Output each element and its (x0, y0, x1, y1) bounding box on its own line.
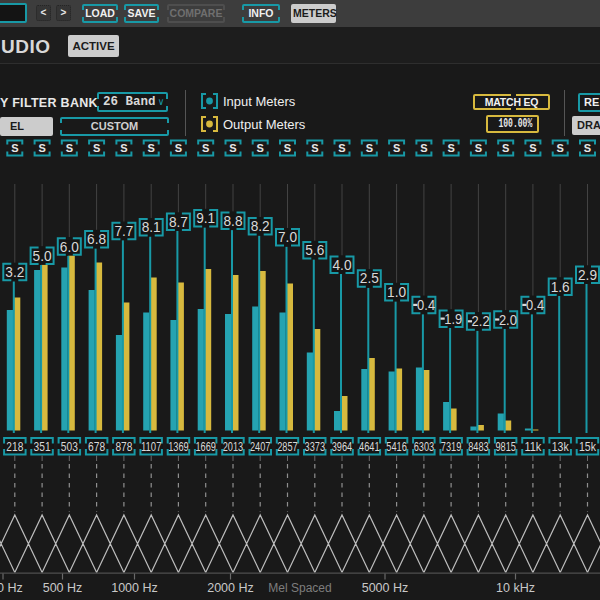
svg-text:S: S (393, 142, 400, 154)
svg-text:678: 678 (88, 439, 105, 454)
svg-text:1.9: 1.9 (444, 311, 462, 327)
svg-text:200 Hz: 200 Hz (0, 581, 23, 595)
svg-text:0.4: 0.4 (417, 297, 435, 313)
svg-text:S: S (202, 142, 209, 154)
svg-text:S: S (66, 142, 73, 154)
svg-text:6.8: 6.8 (87, 231, 106, 247)
svg-text:4641: 4641 (359, 439, 380, 454)
svg-text:878: 878 (115, 439, 132, 454)
svg-text:1000 Hz: 1000 Hz (111, 581, 158, 595)
svg-text:S: S (148, 142, 155, 154)
svg-text:3373: 3373 (305, 439, 326, 454)
svg-text:S: S (475, 142, 482, 154)
svg-text:3964: 3964 (332, 439, 353, 454)
svg-text:8.1: 8.1 (142, 219, 161, 235)
svg-text:Mel Spaced: Mel Spaced (268, 581, 331, 595)
svg-text:5416: 5416 (386, 439, 407, 454)
svg-text:S: S (420, 142, 427, 154)
svg-text:S: S (11, 142, 18, 154)
svg-text:5.0: 5.0 (33, 248, 52, 264)
svg-text:500 Hz: 500 Hz (43, 581, 83, 595)
svg-text:S: S (120, 142, 127, 154)
svg-text:7319: 7319 (441, 439, 462, 454)
svg-text:S: S (229, 142, 236, 154)
svg-text:8.2: 8.2 (251, 218, 270, 234)
svg-text:S: S (338, 142, 345, 154)
svg-text:1.0: 1.0 (387, 284, 406, 300)
svg-text:1669: 1669 (195, 439, 216, 454)
svg-text:S: S (311, 142, 318, 154)
svg-text:5.6: 5.6 (305, 242, 324, 258)
svg-text:218: 218 (6, 439, 23, 454)
svg-text:S: S (447, 142, 454, 154)
svg-text:5000 Hz: 5000 Hz (362, 581, 409, 595)
svg-text:1107: 1107 (141, 439, 162, 454)
svg-text:2.0: 2.0 (499, 312, 517, 328)
svg-text:7.7: 7.7 (114, 223, 133, 239)
svg-text:S: S (366, 142, 373, 154)
svg-text:S: S (93, 142, 100, 154)
svg-text:8.8: 8.8 (224, 213, 243, 229)
svg-text:351: 351 (34, 439, 51, 454)
svg-text:S: S (284, 142, 291, 154)
svg-text:S: S (502, 142, 509, 154)
svg-text:8.7: 8.7 (169, 214, 188, 230)
svg-text:13k: 13k (552, 439, 569, 454)
svg-text:S: S (38, 142, 45, 154)
svg-text:9.1: 9.1 (196, 210, 215, 226)
svg-text:10 kHz: 10 kHz (496, 581, 535, 595)
svg-text:2000 Hz: 2000 Hz (207, 581, 254, 595)
svg-text:S: S (175, 142, 182, 154)
svg-text:S: S (557, 142, 564, 154)
svg-text:0.4: 0.4 (526, 297, 544, 313)
svg-text:9815: 9815 (495, 439, 516, 454)
svg-text:503: 503 (61, 439, 78, 454)
svg-text:3.2: 3.2 (5, 264, 24, 280)
svg-text:1369: 1369 (168, 439, 189, 454)
svg-text:2.5: 2.5 (360, 270, 379, 286)
svg-text:8483: 8483 (468, 439, 489, 454)
svg-text:S: S (257, 142, 264, 154)
svg-text:4.0: 4.0 (333, 257, 352, 273)
svg-text:11k: 11k (524, 439, 541, 454)
svg-text:S: S (529, 142, 536, 154)
svg-text:7.0: 7.0 (278, 229, 297, 245)
svg-text:6.0: 6.0 (60, 239, 79, 255)
svg-text:2013: 2013 (223, 439, 244, 454)
svg-text:6303: 6303 (414, 439, 435, 454)
svg-text:S: S (584, 142, 591, 154)
svg-text:1.6: 1.6 (551, 279, 570, 295)
svg-text:2.2: 2.2 (472, 313, 490, 329)
svg-text:2.9: 2.9 (578, 267, 597, 283)
svg-text:15k: 15k (579, 439, 596, 454)
svg-text:2407: 2407 (250, 439, 271, 454)
svg-text:2857: 2857 (277, 439, 298, 454)
